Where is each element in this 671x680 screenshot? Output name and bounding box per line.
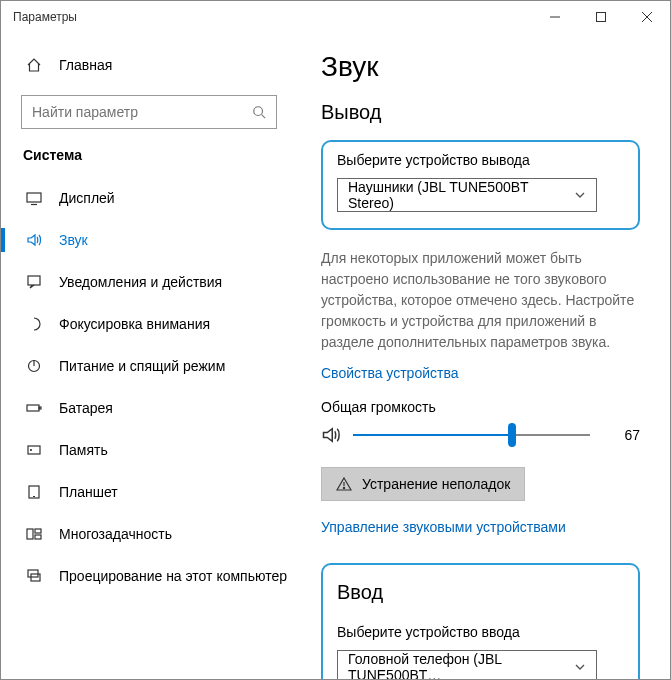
volume-slider[interactable] — [353, 434, 590, 436]
sidebar-item-notifications[interactable]: Уведомления и действия — [1, 261, 297, 303]
search-input-container[interactable] — [21, 95, 277, 129]
svg-rect-6 — [27, 193, 41, 202]
output-device-value: Наушники (JBL TUNE500BT Stereo) — [348, 179, 574, 211]
sidebar-item-storage[interactable]: Память — [1, 429, 297, 471]
svg-rect-13 — [28, 446, 40, 454]
sidebar-item-power[interactable]: Питание и спящий режим — [1, 345, 297, 387]
sidebar-item-display[interactable]: Дисплей — [1, 177, 297, 219]
svg-rect-1 — [597, 13, 606, 22]
search-input[interactable] — [32, 104, 244, 120]
sidebar: Главная Система Дисплей Звук — [1, 33, 297, 679]
manage-devices-link[interactable]: Управление звуковыми устройствами — [321, 519, 640, 535]
sidebar-item-label: Фокусировка внимания — [59, 316, 210, 332]
svg-rect-11 — [27, 405, 39, 411]
sidebar-item-tablet[interactable]: Планшет — [1, 471, 297, 513]
focus-icon — [25, 316, 43, 332]
sidebar-item-battery[interactable]: Батарея — [1, 387, 297, 429]
volume-icon[interactable] — [321, 425, 341, 445]
notifications-icon — [25, 274, 43, 290]
input-device-value: Головной телефон (JBL TUNE500BT… — [348, 651, 574, 679]
svg-point-14 — [31, 450, 32, 451]
volume-label: Общая громкость — [321, 399, 640, 415]
output-choose-label: Выберите устройство вывода — [337, 152, 624, 168]
input-device-group: Ввод Выберите устройство ввода Головной … — [321, 563, 640, 679]
output-device-select[interactable]: Наушники (JBL TUNE500BT Stereo) — [337, 178, 597, 212]
sidebar-item-label: Уведомления и действия — [59, 274, 222, 290]
volume-slider-thumb[interactable] — [508, 423, 516, 447]
sidebar-item-sound[interactable]: Звук — [1, 219, 297, 261]
sidebar-item-label: Питание и спящий режим — [59, 358, 225, 374]
main-content: Звук Вывод Выберите устройство вывода На… — [297, 33, 670, 679]
svg-rect-17 — [27, 529, 33, 539]
svg-rect-19 — [35, 535, 41, 539]
sidebar-item-label: Звук — [59, 232, 88, 248]
sidebar-item-label: Дисплей — [59, 190, 115, 206]
sidebar-item-label: Батарея — [59, 400, 113, 416]
svg-rect-18 — [35, 529, 41, 533]
projecting-icon — [25, 568, 43, 584]
sidebar-item-projecting[interactable]: Проецирование на этот компьютер — [1, 555, 297, 597]
search-icon — [252, 105, 266, 119]
sidebar-item-label: Многозадачность — [59, 526, 172, 542]
window-title: Параметры — [13, 10, 77, 24]
output-note: Для некоторых приложений может быть наст… — [321, 248, 640, 353]
home-icon — [25, 57, 43, 73]
titlebar-controls — [532, 1, 670, 33]
warning-icon — [336, 476, 352, 492]
storage-icon — [25, 442, 43, 458]
page-title: Звук — [321, 51, 640, 83]
multitask-icon — [25, 526, 43, 542]
close-button[interactable] — [624, 1, 670, 33]
svg-rect-8 — [28, 276, 40, 285]
svg-point-23 — [343, 487, 344, 488]
svg-line-5 — [262, 115, 266, 119]
minimize-button[interactable] — [532, 1, 578, 33]
volume-row: 67 — [321, 425, 640, 445]
troubleshoot-label: Устранение неполадок — [362, 476, 510, 492]
output-device-group: Выберите устройство вывода Наушники (JBL… — [321, 140, 640, 230]
output-heading: Вывод — [321, 101, 640, 124]
display-icon — [25, 190, 43, 206]
sidebar-item-label: Память — [59, 442, 108, 458]
home-label: Главная — [59, 57, 112, 73]
volume-value: 67 — [620, 427, 640, 443]
sidebar-item-label: Планшет — [59, 484, 118, 500]
battery-icon — [25, 400, 43, 416]
power-icon — [25, 358, 43, 374]
input-choose-label: Выберите устройство ввода — [337, 624, 624, 640]
chevron-down-icon — [574, 189, 586, 201]
input-heading: Ввод — [337, 581, 624, 604]
maximize-button[interactable] — [578, 1, 624, 33]
svg-point-4 — [254, 107, 263, 116]
svg-rect-12 — [39, 407, 41, 409]
input-device-select[interactable]: Головной телефон (JBL TUNE500BT… — [337, 650, 597, 679]
sidebar-item-label: Проецирование на этот компьютер — [59, 568, 287, 584]
troubleshoot-button[interactable]: Устранение неполадок — [321, 467, 525, 501]
sound-icon — [25, 232, 43, 248]
sidebar-item-home[interactable]: Главная — [1, 45, 297, 85]
tablet-icon — [25, 484, 43, 500]
volume-slider-fill — [353, 434, 512, 436]
chevron-down-icon — [574, 661, 586, 673]
sidebar-item-focus[interactable]: Фокусировка внимания — [1, 303, 297, 345]
sidebar-section-label: Система — [1, 147, 297, 177]
titlebar: Параметры — [1, 1, 670, 33]
device-properties-link[interactable]: Свойства устройства — [321, 365, 640, 381]
sidebar-item-multitask[interactable]: Многозадачность — [1, 513, 297, 555]
